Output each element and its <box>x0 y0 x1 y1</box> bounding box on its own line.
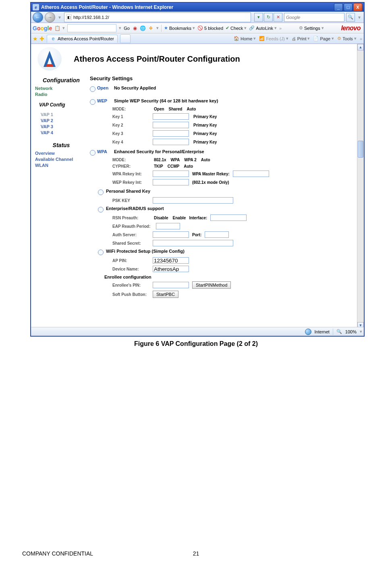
sidebar-link-radio[interactable]: Radio <box>35 92 87 97</box>
zone-label: Internet <box>315 329 330 334</box>
wpa-master-rekey-input[interactable] <box>233 171 269 177</box>
address-bar: ← → ▾ ◧ http://192.168.1.2/ ▾ ↻ ✕ Google… <box>31 12 364 23</box>
sidebar-link-network[interactable]: Network <box>35 86 87 91</box>
maximize-button[interactable]: □ <box>344 3 353 11</box>
dropdown-icon[interactable]: ▾ <box>57 15 62 20</box>
radius-radio[interactable] <box>98 207 104 212</box>
wpa-rekey-input[interactable] <box>153 171 189 177</box>
figure-caption: Figure 6 VAP Configuration Page (2 of 2) <box>0 340 392 348</box>
favorites-icon[interactable]: ★ <box>33 35 38 42</box>
url-text: http://192.168.1.2/ <box>73 15 109 20</box>
settings-button[interactable]: ⚙Settings▾ <box>299 25 324 31</box>
zoom-icon[interactable]: 🔍 <box>336 329 342 334</box>
google-logo-icon: Google <box>33 25 52 31</box>
forward-button[interactable]: → <box>45 12 55 23</box>
sidebar-status-header: Status <box>35 142 87 148</box>
ie-favicon-icon: e <box>33 4 39 10</box>
page-heading: Atheros Access Point/Router Configuratio… <box>74 54 240 64</box>
shared-secret-input[interactable] <box>153 240 233 246</box>
ap-pin-input[interactable] <box>153 257 189 264</box>
psk-key-input[interactable] <box>153 197 233 204</box>
minimize-button[interactable]: _ <box>334 3 343 11</box>
atheros-logo-icon <box>37 47 62 71</box>
google-toolbar: Google 📋 ▾ ▾ Go ◉ 🌐 ❖ ▾ ★Bookmarks▾ 🚫5 b… <box>31 23 364 33</box>
search-button[interactable]: 🔍 <box>346 13 355 22</box>
sidebar-link-vap3[interactable]: VAP 3 <box>41 124 87 129</box>
footer-text: COMPANY CONFIDENTIAL <box>22 550 93 557</box>
security-wpa-radio[interactable] <box>90 150 95 156</box>
sidebar-link-overview[interactable]: Overview <box>35 151 87 156</box>
blocks-icon[interactable]: ❖ <box>148 25 154 31</box>
tab-bar: ★ ✚ e Atheros Access Point/Router 🏠Home▾… <box>31 33 364 44</box>
status-bar: Internet 🔍 100% ▾ <box>31 327 364 336</box>
sidebar-link-wlan[interactable]: WLAN <box>35 163 87 168</box>
auth-port-input[interactable] <box>205 231 229 238</box>
eap-period-input[interactable] <box>156 223 180 229</box>
wep-key3-input[interactable] <box>153 130 189 137</box>
security-heading: Security Settings <box>90 75 355 81</box>
sidebar-link-available-channel[interactable]: Available Channel <box>35 157 87 162</box>
window-titlebar: e Atheros Access Point/Router - Windows … <box>31 3 364 12</box>
search-dropdown-icon[interactable]: ▾ <box>357 15 362 20</box>
back-button[interactable]: ← <box>33 12 43 23</box>
refresh-button[interactable]: ↻ <box>264 13 273 22</box>
sidebar-link-vap2[interactable]: VAP 2 <box>41 118 87 123</box>
wps-radio[interactable] <box>98 250 104 255</box>
page-button[interactable]: 📄Page▾ <box>313 36 334 41</box>
go-dropdown[interactable]: ▾ <box>254 13 263 22</box>
sidebar-configuration-header: Configuration <box>35 77 87 83</box>
tab-title: Atheros Access Point/Router <box>58 36 114 41</box>
print-button[interactable]: 🖨Print▾ <box>292 36 310 41</box>
security-open-radio[interactable] <box>90 86 95 92</box>
clipboard-icon[interactable]: 📋 <box>54 25 60 31</box>
google-search-field[interactable] <box>67 24 116 32</box>
add-favorite-icon[interactable]: ✚ <box>39 35 44 42</box>
page-number: 21 <box>193 550 199 557</box>
security-settings-panel: Security Settings Open No Security Appli… <box>90 73 357 300</box>
browser-tab[interactable]: e Atheros Access Point/Router <box>47 35 118 43</box>
popup-blocked[interactable]: 🚫5 blocked <box>197 25 223 31</box>
scroll-up-icon[interactable]: ▲ <box>357 44 364 50</box>
window-title: Atheros Access Point/Router - Windows In… <box>41 4 334 10</box>
zone-icon <box>305 329 311 335</box>
home-button[interactable]: 🏠Home▾ <box>234 36 256 41</box>
go-button[interactable]: Go <box>124 26 130 31</box>
start-pin-button[interactable]: StartPINMethod <box>192 281 231 289</box>
tab-favicon-icon: e <box>50 36 56 42</box>
browser-window: e Atheros Access Point/Router - Windows … <box>30 2 365 337</box>
vertical-scrollbar[interactable]: ▲ ▼ <box>357 44 364 329</box>
sidebar-link-vap4[interactable]: VAP 4 <box>41 130 87 135</box>
zoom-value: 100% <box>345 329 357 334</box>
security-wep-radio[interactable] <box>90 99 95 105</box>
sidebar-vap-config-header: VAP Config <box>39 102 87 108</box>
stop-button[interactable]: ✕ <box>274 13 282 22</box>
autolink-button[interactable]: 🔗AutoLink▾ <box>249 25 277 31</box>
start-pbc-button[interactable]: StartPBC <box>153 291 178 298</box>
new-tab-button[interactable] <box>120 34 131 43</box>
config-sidebar: Configuration Network Radio VAP Config V… <box>31 73 90 300</box>
wep-key4-input[interactable] <box>153 139 189 145</box>
page-favicon-icon: ◧ <box>66 15 72 20</box>
device-name-input[interactable] <box>153 266 189 272</box>
scroll-thumb[interactable] <box>358 141 363 158</box>
tools-button[interactable]: ⚙Tools▾ <box>337 36 357 41</box>
wep-rekey-input[interactable] <box>153 179 189 185</box>
lenovo-logo: lenovo <box>341 25 361 32</box>
feeds-button: 📶Feeds (J)▾ <box>259 36 288 41</box>
psk-radio[interactable] <box>98 189 104 195</box>
url-field[interactable]: ◧ http://192.168.1.2/ <box>64 12 251 22</box>
zoom-dropdown-icon[interactable]: ▾ <box>360 329 362 334</box>
wep-key2-input[interactable] <box>153 122 189 128</box>
content-viewport: ▲ ▼ Atheros Access Point/Router Configur… <box>31 44 364 329</box>
search-box[interactable]: Google <box>284 13 344 22</box>
sidebar-link-vap1[interactable]: VAP 1 <box>41 112 87 117</box>
check-button[interactable]: ✔Check▾ <box>226 25 247 31</box>
auth-server-input[interactable] <box>153 231 189 238</box>
enrollee-pin-input[interactable] <box>153 282 189 288</box>
earth-icon[interactable]: 🌐 <box>140 25 146 31</box>
news-icon[interactable]: ◉ <box>132 25 138 31</box>
preauth-interface-input[interactable] <box>210 214 247 221</box>
close-button[interactable]: X <box>353 3 362 11</box>
bookmarks-button[interactable]: ★Bookmarks▾ <box>164 25 195 31</box>
wep-key1-input[interactable] <box>153 113 189 120</box>
